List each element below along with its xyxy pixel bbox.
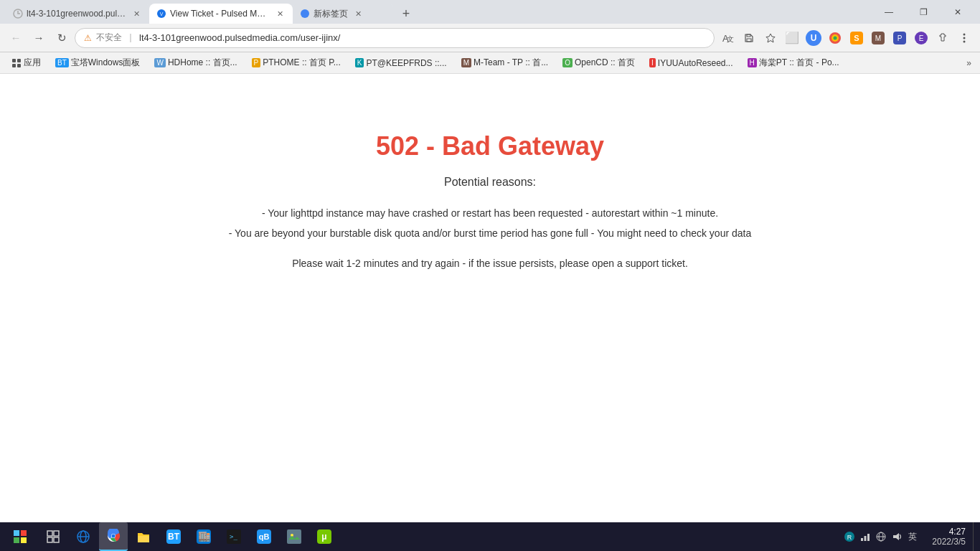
chrome-icon[interactable] [99,522,128,551]
language-tray-icon[interactable]: 英 [906,530,919,543]
gallery-icon[interactable] [280,522,308,551]
svg-rect-28 [14,530,19,536]
title-bar: lt4-3-101greenwood.pulsedm... ✕ V View T… [0,0,980,24]
tab-3-close[interactable]: ✕ [352,8,364,19]
address-separator: ｜ [126,32,135,44]
bookmark-iyuu-label: IYUUAutoReseed... [658,58,733,68]
browser-window: lt4-3-101greenwood.pulsedm... ✕ V View T… [0,0,980,551]
task-view-button[interactable] [39,522,67,551]
svg-text:M: M [875,34,881,42]
utorrent-icon[interactable]: μ [310,522,339,551]
bookmark-icon[interactable] [760,28,781,48]
bookmark-iyuu[interactable]: I IYUUAutoReseed... [644,57,739,70]
reason-1: - Your lighttpd instance may have crashe… [229,203,751,223]
navigation-toolbar: ← → ↻ ⚠ 不安全 ｜ lt4-3-101greenwood.pulsedm… [0,24,980,52]
bookmark-pt[interactable]: P PTHOME :: 首页 P... [246,55,347,70]
svg-point-23 [963,40,966,42]
svg-rect-57 [864,536,867,541]
bookmark-bt-label: 宝塔Windows面板 [71,57,141,69]
svg-rect-34 [47,537,52,542]
back-button[interactable]: ← [6,28,26,48]
bookmarks-more-button[interactable]: » [963,57,974,70]
globe-tray-icon[interactable] [875,530,887,543]
toolbar-icons: A文 ⬜ U S M [717,28,974,48]
bookmark-m[interactable]: M M-Team - TP :: 首... [456,55,555,70]
svg-rect-24 [12,59,16,62]
bookmark-m-label: M-Team - TP :: 首... [473,57,548,69]
ext-4-icon[interactable]: P [890,28,910,48]
translate-icon[interactable]: A文 [717,28,738,48]
tab-1[interactable]: lt4-3-101greenwood.pulsedm... ✕ [6,4,149,24]
network-tray-icon[interactable] [859,530,872,543]
svg-point-22 [963,37,966,39]
tab-2[interactable]: V View Ticket - Pulsed Media ✕ [149,4,293,24]
clock-time: 4:27 [932,527,966,537]
qb-icon[interactable]: qB [250,522,278,551]
svg-rect-31 [21,537,27,543]
file-explorer-icon[interactable] [129,522,158,551]
start-button[interactable] [3,522,37,551]
ie-icon[interactable] [69,522,98,551]
error-note: Please wait 1-2 minutes and try again - … [292,258,688,269]
system-tray: R 英 [837,530,925,543]
page-content: 502 - Bad Gateway Potential reasons: - Y… [0,74,980,522]
svg-point-21 [963,33,966,35]
reload-button[interactable]: ↻ [52,28,72,48]
tab-bar: lt4-3-101greenwood.pulsedm... ✕ V View T… [6,0,436,24]
svg-rect-58 [867,534,870,541]
bookmark-apps[interactable]: 应用 [6,55,47,70]
bookmark-hd[interactable]: W HDHome :: 首页... [149,55,242,70]
terminal-icon[interactable]: >_ [220,522,248,551]
svg-rect-26 [12,64,16,67]
ext-3-icon[interactable]: M [868,28,888,48]
tab-1-close[interactable]: ✕ [131,8,142,19]
menu-icon[interactable] [954,28,974,48]
forward-button[interactable]: → [29,28,49,48]
ext-2-icon[interactable]: S [847,28,867,48]
bt-panel-icon[interactable]: BT [159,522,188,551]
svg-rect-33 [54,531,59,536]
minimize-button[interactable]: — [872,0,905,24]
address-bar[interactable]: ⚠ 不安全 ｜ lt4-3-101greenwood.pulsedmedia.c… [75,28,715,48]
profile-avatar: U [806,30,821,46]
new-tab-button[interactable]: + [396,4,416,24]
svg-text:>_: >_ [230,533,237,540]
bookmark-hai[interactable]: H 海棠PT :: 首页 - Po... [742,55,845,70]
save-page-icon[interactable] [739,28,759,48]
bookmark-keep[interactable]: K PT@KEEPFRDS ::... [349,57,453,70]
show-desktop-button[interactable] [973,522,977,551]
tab-2-title: View Ticket - Pulsed Media [170,9,270,19]
iyuu-icon: I [649,58,656,67]
ext-5-icon[interactable]: E [911,28,931,48]
ext-1-icon[interactable] [825,28,845,48]
volume-tray-icon[interactable] [890,530,903,543]
pt-icon: P [252,58,261,67]
svg-point-12 [834,36,837,39]
tab-search-icon[interactable]: ⬜ [782,28,802,48]
svg-text:BT: BT [168,532,180,542]
address-text: lt4-3-101greenwood.pulsedmedia.com/user-… [139,32,705,43]
svg-rect-35 [54,537,59,542]
svg-marker-62 [893,533,899,540]
tab-2-close[interactable]: ✕ [274,8,286,19]
bookmark-bt[interactable]: BT 宝塔Windows面板 [50,55,146,70]
svg-text:文: 文 [727,35,734,43]
tab-1-favicon [13,9,23,19]
bookmark-hai-label: 海棠PT :: 首页 - Po... [759,57,839,69]
bookmark-open[interactable]: O OpenCD :: 首页 [557,55,641,70]
store-icon[interactable]: 🏬 [189,522,218,551]
close-button[interactable]: ✕ [941,0,974,24]
svg-rect-29 [21,530,27,536]
rclone-tray-icon[interactable]: R [843,530,856,543]
svg-text:P: P [897,34,903,42]
svg-text:μ: μ [321,532,326,542]
taskbar-clock[interactable]: 4:27 2022/3/5 [926,527,971,547]
extensions-icon[interactable] [933,28,953,48]
svg-rect-25 [17,59,21,62]
error-title: 502 - Bad Gateway [376,131,604,161]
maximize-button[interactable]: ❐ [907,0,940,24]
tab-3[interactable]: 新标签页 ✕ [293,4,393,24]
profile-icon[interactable]: U [804,28,824,48]
error-subtitle: Potential reasons: [444,176,536,189]
hai-icon: H [748,58,757,67]
